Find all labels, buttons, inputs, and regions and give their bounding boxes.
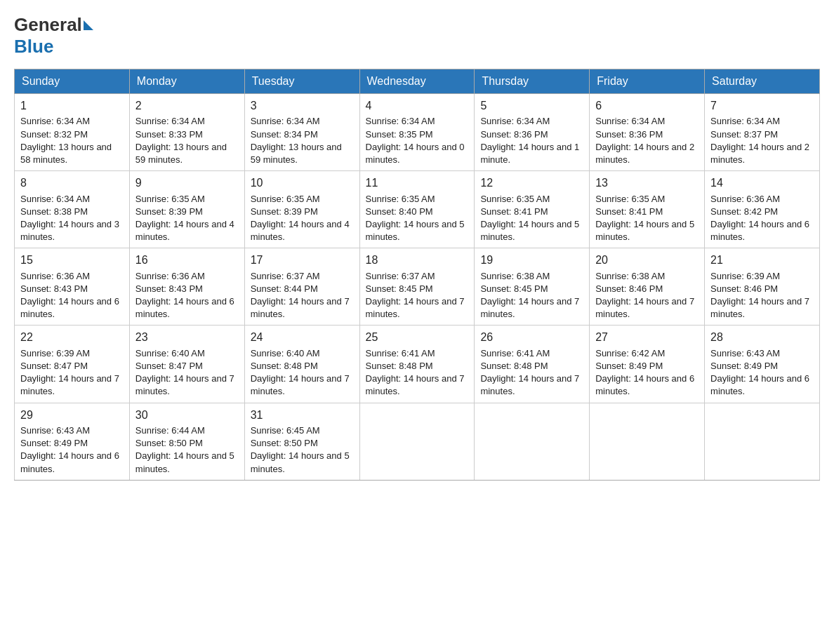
day-number: 2 <box>135 98 239 114</box>
calendar-cell: 31Sunrise: 6:45 AMSunset: 8:50 PMDayligh… <box>244 403 359 480</box>
day-number: 19 <box>480 253 583 268</box>
calendar-cell: 10Sunrise: 6:35 AMSunset: 8:39 PMDayligh… <box>244 171 359 248</box>
calendar-cell: 27Sunrise: 6:42 AMSunset: 8:49 PMDayligh… <box>590 326 705 403</box>
calendar-cell: 22Sunrise: 6:39 AMSunset: 8:47 PMDayligh… <box>15 326 130 403</box>
calendar-cell <box>705 403 820 480</box>
col-header-saturday: Saturday <box>705 69 820 94</box>
logo: General Blue <box>14 14 95 58</box>
week-row-1: 1Sunrise: 6:34 AMSunset: 8:32 PMDaylight… <box>15 94 820 171</box>
calendar-cell: 4Sunrise: 6:34 AMSunset: 8:35 PMDaylight… <box>359 94 475 171</box>
calendar-cell: 14Sunrise: 6:36 AMSunset: 8:42 PMDayligh… <box>705 171 820 248</box>
day-number: 3 <box>251 98 354 114</box>
calendar-cell: 3Sunrise: 6:34 AMSunset: 8:34 PMDaylight… <box>244 94 359 171</box>
col-header-sunday: Sunday <box>15 69 130 94</box>
calendar-cell <box>359 403 475 480</box>
calendar-cell: 23Sunrise: 6:40 AMSunset: 8:47 PMDayligh… <box>129 326 244 403</box>
calendar-cell: 7Sunrise: 6:34 AMSunset: 8:37 PMDaylight… <box>705 94 820 171</box>
day-number: 29 <box>20 408 124 423</box>
calendar-cell: 30Sunrise: 6:44 AMSunset: 8:50 PMDayligh… <box>129 403 244 480</box>
day-number: 16 <box>135 253 239 268</box>
day-number: 21 <box>710 253 814 268</box>
col-header-tuesday: Tuesday <box>244 69 359 94</box>
calendar-table: SundayMondayTuesdayWednesdayThursdayFrid… <box>14 69 820 481</box>
logo-general-text: General <box>14 14 82 36</box>
day-number: 27 <box>595 330 699 345</box>
calendar-cell: 2Sunrise: 6:34 AMSunset: 8:33 PMDaylight… <box>129 94 244 171</box>
day-number: 4 <box>366 98 469 114</box>
calendar-cell: 28Sunrise: 6:43 AMSunset: 8:49 PMDayligh… <box>705 326 820 403</box>
calendar-cell: 12Sunrise: 6:35 AMSunset: 8:41 PMDayligh… <box>475 171 590 248</box>
calendar-cell: 24Sunrise: 6:40 AMSunset: 8:48 PMDayligh… <box>244 326 359 403</box>
calendar-cell: 11Sunrise: 6:35 AMSunset: 8:40 PMDayligh… <box>359 171 475 248</box>
week-row-3: 15Sunrise: 6:36 AMSunset: 8:43 PMDayligh… <box>15 248 820 326</box>
calendar-cell: 5Sunrise: 6:34 AMSunset: 8:36 PMDaylight… <box>475 94 590 171</box>
page-header: General Blue <box>14 14 820 58</box>
calendar-cell: 29Sunrise: 6:43 AMSunset: 8:49 PMDayligh… <box>15 403 130 480</box>
calendar-cell: 15Sunrise: 6:36 AMSunset: 8:43 PMDayligh… <box>15 248 130 326</box>
calendar-cell: 26Sunrise: 6:41 AMSunset: 8:48 PMDayligh… <box>475 326 590 403</box>
day-number: 6 <box>595 98 699 114</box>
day-number: 18 <box>366 253 469 268</box>
day-number: 9 <box>135 175 239 191</box>
calendar-cell: 1Sunrise: 6:34 AMSunset: 8:32 PMDaylight… <box>15 94 130 171</box>
day-number: 1 <box>20 98 124 114</box>
calendar-cell: 20Sunrise: 6:38 AMSunset: 8:46 PMDayligh… <box>590 248 705 326</box>
day-number: 23 <box>135 330 239 345</box>
calendar-cell: 21Sunrise: 6:39 AMSunset: 8:46 PMDayligh… <box>705 248 820 326</box>
calendar-cell: 25Sunrise: 6:41 AMSunset: 8:48 PMDayligh… <box>359 326 475 403</box>
calendar-cell: 19Sunrise: 6:38 AMSunset: 8:45 PMDayligh… <box>475 248 590 326</box>
calendar-cell <box>475 403 590 480</box>
day-number: 30 <box>135 408 239 423</box>
day-number: 10 <box>251 175 354 191</box>
logo-triangle-icon <box>84 20 93 30</box>
day-number: 26 <box>480 330 583 345</box>
day-number: 28 <box>710 330 814 345</box>
calendar-cell: 18Sunrise: 6:37 AMSunset: 8:45 PMDayligh… <box>359 248 475 326</box>
col-header-friday: Friday <box>590 69 705 94</box>
day-number: 20 <box>595 253 699 268</box>
col-header-thursday: Thursday <box>475 69 590 94</box>
day-number: 14 <box>710 175 814 191</box>
week-row-5: 29Sunrise: 6:43 AMSunset: 8:49 PMDayligh… <box>15 403 820 480</box>
day-number: 31 <box>251 408 354 423</box>
day-number: 12 <box>480 175 583 191</box>
day-number: 22 <box>20 330 124 345</box>
calendar-cell: 8Sunrise: 6:34 AMSunset: 8:38 PMDaylight… <box>15 171 130 248</box>
week-row-2: 8Sunrise: 6:34 AMSunset: 8:38 PMDaylight… <box>15 171 820 248</box>
col-header-monday: Monday <box>129 69 244 94</box>
day-number: 24 <box>251 330 354 345</box>
calendar-cell: 6Sunrise: 6:34 AMSunset: 8:36 PMDaylight… <box>590 94 705 171</box>
week-row-4: 22Sunrise: 6:39 AMSunset: 8:47 PMDayligh… <box>15 326 820 403</box>
calendar-cell: 16Sunrise: 6:36 AMSunset: 8:43 PMDayligh… <box>129 248 244 326</box>
day-number: 15 <box>20 253 124 268</box>
day-number: 11 <box>366 175 469 191</box>
day-number: 25 <box>366 330 469 345</box>
day-number: 8 <box>20 175 124 191</box>
calendar-cell: 9Sunrise: 6:35 AMSunset: 8:39 PMDaylight… <box>129 171 244 248</box>
day-number: 13 <box>595 175 699 191</box>
calendar-cell: 17Sunrise: 6:37 AMSunset: 8:44 PMDayligh… <box>244 248 359 326</box>
col-header-wednesday: Wednesday <box>359 69 475 94</box>
calendar-cell: 13Sunrise: 6:35 AMSunset: 8:41 PMDayligh… <box>590 171 705 248</box>
calendar-cell <box>590 403 705 480</box>
day-number: 17 <box>251 253 354 268</box>
logo-blue-text: Blue <box>14 36 53 58</box>
day-number: 5 <box>480 98 583 114</box>
day-number: 7 <box>710 98 814 114</box>
